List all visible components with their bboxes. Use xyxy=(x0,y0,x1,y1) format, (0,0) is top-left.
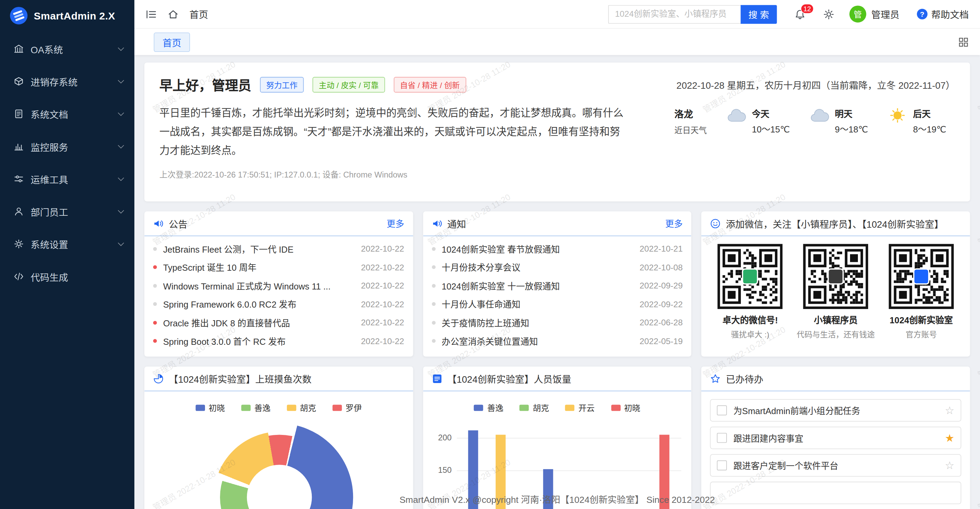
notification-badge: 12 xyxy=(800,3,813,13)
legend-item[interactable]: 初晓 xyxy=(196,402,225,413)
document-icon xyxy=(14,109,24,119)
todo-item[interactable]: 跟进团建内容事宜 ★ xyxy=(710,427,961,449)
code-icon xyxy=(14,271,24,281)
question-icon: ? xyxy=(917,9,928,19)
home-icon[interactable] xyxy=(167,8,179,20)
account-logo-overlay xyxy=(827,268,844,285)
app-logo[interactable]: SmartAdmin 2.X xyxy=(0,0,134,31)
item-date: 2022-10-22 xyxy=(361,336,404,345)
badge-reliable: 主动 / 皮实 / 可靠 xyxy=(312,77,385,92)
speaker-icon xyxy=(431,218,442,229)
notice-item[interactable]: 十月份人事任命通知2022-09-22 xyxy=(431,295,682,313)
star-toggle-icon[interactable]: ★ xyxy=(945,432,955,443)
notice-item[interactable]: 1024创新实验室 十一放假通知2022-09-29 xyxy=(431,276,682,295)
menu-fold-icon[interactable] xyxy=(146,8,157,20)
todo-item[interactable]: 为SmartAdmin前端小组分配任务 ☆ xyxy=(710,399,961,421)
item-date: 2022-10-22 xyxy=(361,299,404,309)
sidebar-item-inventory[interactable]: 进销存系统 xyxy=(0,65,134,97)
legend-item[interactable]: 开云 xyxy=(565,402,595,413)
card-title: 公告 xyxy=(169,217,188,230)
item-date: 2022-06-28 xyxy=(640,318,683,327)
watermark-text: 管理员 2022-10-28 11:20 xyxy=(975,322,980,380)
sidebar-item-label: 系统设置 xyxy=(31,237,119,250)
star-toggle-icon[interactable]: ☆ xyxy=(945,405,955,415)
legend-item[interactable]: 胡克 xyxy=(287,402,316,413)
item-text: 1024创新实验室 十一放假通知 xyxy=(442,279,640,292)
bank-icon xyxy=(14,44,24,54)
legend-item[interactable]: 善逸 xyxy=(241,402,270,413)
star-icon xyxy=(710,373,721,384)
ops-icon xyxy=(14,174,24,183)
legend-item[interactable]: 胡克 xyxy=(520,402,549,413)
sidebar-item-label: 进销存系统 xyxy=(31,75,119,88)
smiley-icon xyxy=(710,218,721,229)
greeting-card: 早上好，管理员 努力工作 主动 / 皮实 / 可靠 自省 / 精进 / 创新 2… xyxy=(144,62,970,201)
wechat-card: 添加微信，关注【小镇程序员】、【1024创新实验室】 卓大的微信号! 骚扰卓大 … xyxy=(701,211,970,356)
footer-copyright: SmartAdmin V2.x @copyright 河南·洛阳【1024创新实… xyxy=(134,492,980,505)
announcement-more-link[interactable]: 更多 xyxy=(387,217,404,230)
qr-block-zhuoda: 卓大的微信号! 骚扰卓大 :) xyxy=(710,244,790,340)
logo-icon xyxy=(9,6,28,25)
chevron-down-icon xyxy=(118,77,124,83)
search-button[interactable]: 搜 索 xyxy=(741,5,777,24)
todo-card: 已办待办 为SmartAdmin前端小组分配任务 ☆ 跟进团建内容事宜 ★ xyxy=(701,367,970,509)
sidebar-item-settings[interactable]: 系统设置 xyxy=(0,228,134,260)
sidebar-item-oa[interactable]: OA系统 xyxy=(0,32,134,65)
todo-checkbox[interactable] xyxy=(717,461,727,471)
notice-item[interactable]: 关于疫情防控上班通知2022-06-28 xyxy=(431,313,682,332)
slack-off-chart-card: 【1024创新实验室】上班摸鱼次数 初晓善逸胡克罗伊 xyxy=(144,367,413,509)
weather-day-tomorrow: 明天9～18℃ xyxy=(809,107,868,135)
settings-gear-icon[interactable] xyxy=(823,8,834,20)
qr-block-town-coder: 小镇程序员 代码与生活，还有钱途 xyxy=(796,244,876,340)
search-input[interactable] xyxy=(608,5,741,24)
announcement-item[interactable]: TypeScript 诞生 10 周年2022-10-22 xyxy=(153,258,404,276)
tab-layout-grid-icon[interactable] xyxy=(958,37,969,47)
sidebar-item-codegen[interactable]: 代码生成 xyxy=(0,260,134,292)
bullet-dot xyxy=(153,247,157,251)
breadcrumb[interactable]: 首页 xyxy=(189,8,208,21)
announcement-item[interactable]: Windows Terminal 正式成为 Windows 11 ...2022… xyxy=(153,276,404,295)
monitor-icon xyxy=(14,141,24,151)
weather-panel: 洛龙 近日天气 今天10～15℃ 明天9～18℃ xyxy=(675,103,955,160)
sidebar-item-ops[interactable]: 运维工具 xyxy=(0,163,134,195)
sidebar-item-docs[interactable]: 系统文档 xyxy=(0,97,134,130)
notification-bell-icon[interactable]: 12 xyxy=(794,8,806,20)
global-search: 搜 索 xyxy=(608,5,777,24)
announcement-item[interactable]: Spring Boot 3.0.0 首个 RC 发布2022-10-22 xyxy=(153,332,404,350)
user-name: 管理员 xyxy=(871,8,899,21)
notice-item[interactable]: 办公室消杀关键位置通知2022-05-19 xyxy=(431,332,682,350)
lab-logo-overlay xyxy=(913,268,929,285)
bullet-dot xyxy=(431,339,435,343)
notice-item[interactable]: 十月份技术分享会议2022-10-08 xyxy=(431,258,682,276)
qr-title: 卓大的微信号! xyxy=(710,313,790,326)
item-date: 2022-10-22 xyxy=(361,263,404,272)
announcement-item[interactable]: Spring Framework 6.0.0 RC2 发布2022-10-22 xyxy=(153,295,404,313)
todo-checkbox[interactable] xyxy=(717,405,727,415)
qr-code-image xyxy=(718,244,783,309)
notice-more-link[interactable]: 更多 xyxy=(665,217,682,230)
help-docs-link[interactable]: ? 帮助文档 xyxy=(917,8,969,21)
announcement-item[interactable]: Oracle 推出 JDK 8 的直接替代品2022-10-22 xyxy=(153,313,404,332)
sidebar-item-staff[interactable]: 部门员工 xyxy=(0,195,134,228)
legend-item[interactable]: 罗伊 xyxy=(332,402,361,413)
item-text: 1024创新实验室 春节放假通知 xyxy=(442,243,640,255)
sidebar-item-monitor[interactable]: 监控服务 xyxy=(0,130,134,163)
main-area: 首页 搜 索 12 管 管理员 ? 帮助文档 首页 xyxy=(134,0,980,509)
legend-item[interactable]: 善逸 xyxy=(474,402,503,413)
item-text: TypeScript 诞生 10 周年 xyxy=(163,261,361,274)
sidebar-item-label: 监控服务 xyxy=(31,140,119,153)
item-date: 2022-05-19 xyxy=(640,336,683,345)
notice-item[interactable]: 1024创新实验室 春节放假通知2022-10-21 xyxy=(431,239,682,258)
todo-item[interactable]: 跟进客户定制一个软件平台 ☆ xyxy=(710,454,961,477)
todo-checkbox[interactable] xyxy=(717,433,727,443)
bullet-dot xyxy=(153,284,157,287)
tab-home[interactable]: 首页 xyxy=(154,32,190,51)
star-toggle-icon[interactable]: ☆ xyxy=(945,460,955,471)
chevron-down-icon xyxy=(118,239,124,246)
inventory-icon xyxy=(14,77,24,86)
announcement-item[interactable]: JetBrains Fleet 公测，下一代 IDE2022-10-22 xyxy=(153,239,404,258)
cloud-icon xyxy=(809,107,830,124)
legend-item[interactable]: 初晓 xyxy=(611,402,640,413)
user-menu[interactable]: 管 管理员 xyxy=(850,5,899,22)
sun-icon xyxy=(887,107,908,124)
